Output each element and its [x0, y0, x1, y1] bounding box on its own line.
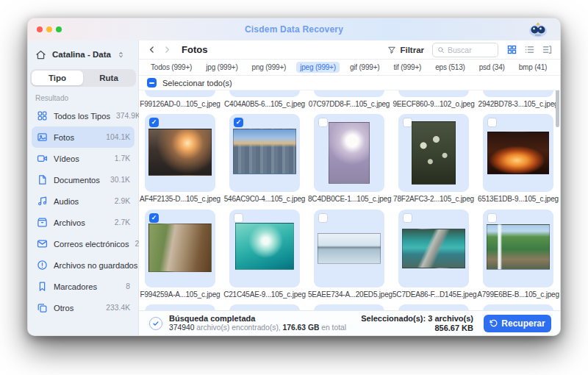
- sidebar-item-count: 1.7K: [115, 154, 130, 162]
- grid-rows: AF4F2135-D...105_c.jpeg 546AC9C0-4...105…: [145, 114, 560, 299]
- photo-checkbox[interactable]: [318, 213, 328, 223]
- card-top-stub[interactable]: [145, 304, 215, 310]
- select-all-label: Seleccionar todo(s): [162, 79, 232, 88]
- photo-checkbox[interactable]: [234, 118, 243, 127]
- sidebar-item-audios[interactable]: Audios 2.9K: [32, 190, 135, 212]
- file-type-tab-gif[interactable]: gif (999+): [346, 62, 384, 73]
- sidebar-item-todos-los-tipos[interactable]: Todos los Tipos 374.9K: [32, 105, 135, 126]
- archive-icon: [37, 217, 48, 228]
- card-bottom-stub[interactable]: [145, 90, 215, 97]
- scrollbar-thumb[interactable]: [556, 90, 559, 127]
- traffic-lights: [37, 18, 62, 40]
- search-complete-icon: [149, 317, 162, 330]
- file-type-tab-png[interactable]: png (999+): [248, 62, 290, 73]
- photo-checkbox[interactable]: [487, 118, 497, 127]
- photo-checkbox[interactable]: [487, 213, 497, 223]
- close-button[interactable]: [37, 26, 43, 32]
- photo-checkbox[interactable]: [149, 213, 159, 223]
- photo-card[interactable]: [314, 114, 384, 192]
- file-type-tab-tif[interactable]: tif (999+): [390, 62, 425, 73]
- tab-ruta[interactable]: Ruta: [83, 71, 135, 85]
- file-type-tab-psd[interactable]: psd (34): [476, 62, 509, 73]
- photo-card[interactable]: [229, 114, 300, 192]
- video-icon: [37, 153, 48, 164]
- photo-checkbox[interactable]: [403, 213, 412, 223]
- sidebar-item-otros[interactable]: Otros 233.4K: [32, 297, 135, 318]
- sidebar-item-vídeos[interactable]: Vídeos 1.7K: [32, 148, 135, 169]
- grid-view-icon[interactable]: [506, 44, 517, 55]
- selection-info: Seleccionado(s): 3 archivo(s) 856.67 KB: [361, 314, 473, 333]
- file-type-tab-eps[interactable]: eps (513): [431, 62, 468, 73]
- filter-button[interactable]: Filtrar: [387, 46, 424, 54]
- card-top-stub[interactable]: [314, 304, 384, 310]
- main-panel: Fotos Filtrar: [139, 40, 560, 335]
- zoom-button[interactable]: [56, 26, 62, 32]
- sidebar-item-marcadores[interactable]: Marcadores 8: [32, 276, 135, 297]
- sidebar-item-archivos-no-guardados[interactable]: Archivos no guardados 9: [32, 254, 135, 276]
- photo-card[interactable]: [229, 210, 300, 288]
- card-bottom-stub[interactable]: [314, 90, 384, 97]
- sidebar-item-documentos[interactable]: Documentos 30.1K: [32, 169, 135, 190]
- card-top-stub[interactable]: [398, 304, 469, 310]
- photo-card[interactable]: [314, 210, 384, 288]
- photo-card[interactable]: [483, 114, 553, 192]
- sidebar-item-label: Documentos: [54, 176, 100, 185]
- dandelion-thumbnail: [412, 121, 456, 185]
- filter-label: Filtrar: [400, 46, 424, 54]
- file-name: 546AC9C0-4...105_c.jpeg: [223, 195, 306, 203]
- grid-cell-partial: [483, 304, 553, 310]
- copy-icon: [37, 302, 48, 313]
- file-name: 78F2AFC3-2...105_c.jpeg: [392, 195, 475, 203]
- file-type-tab-bmp[interactable]: bmp (41): [515, 62, 551, 73]
- forward-button-icon[interactable]: [162, 45, 172, 54]
- sidebar-item-label: Fotos: [54, 133, 74, 142]
- mail-icon: [37, 238, 48, 249]
- home-icon: [35, 49, 46, 60]
- photo-card[interactable]: [145, 210, 215, 288]
- grid-cell-partial: [229, 304, 300, 310]
- tab-tipo[interactable]: Tipo: [32, 71, 83, 85]
- file-type-tab-ico[interactable]: ico (59): [557, 62, 561, 73]
- pane-view-icon[interactable]: [542, 44, 553, 55]
- card-top-stub[interactable]: [229, 304, 300, 310]
- file-type-tab-jpg[interactable]: jpg (999+): [202, 62, 241, 73]
- file-name: C21C45AE-9...105_c.jpeg: [223, 290, 306, 299]
- sidebar-item-correos-electrónicos[interactable]: Correos electrónicos 21: [32, 233, 135, 254]
- surfer-thumbnail: [235, 223, 294, 270]
- photo-checkbox[interactable]: [318, 118, 328, 127]
- photo-icon: [37, 132, 48, 143]
- file-type-tab-jpeg[interactable]: jpeg (999+): [296, 62, 340, 73]
- recover-button[interactable]: Recuperar: [484, 315, 551, 332]
- device-selector[interactable]: Catalina - Data: [28, 46, 138, 63]
- list-view-icon[interactable]: [524, 44, 535, 55]
- photo-card[interactable]: [145, 114, 215, 192]
- cisdem-mascot-logo-icon[interactable]: [526, 21, 550, 38]
- sidebar-item-archivos[interactable]: Archivos 2.7K: [32, 212, 135, 233]
- found-mid-text: archivo(s) encontrado(s),: [194, 324, 282, 332]
- sidebar-item-count: 2.9K: [115, 197, 130, 205]
- card-top-stub[interactable]: [483, 304, 553, 310]
- file-name: A799E6BE-B...105_c.jpeg: [477, 290, 559, 299]
- card-bottom-stub[interactable]: [229, 90, 300, 97]
- sidebar-item-fotos[interactable]: Fotos 104.1K: [32, 126, 135, 148]
- minimize-button[interactable]: [46, 26, 52, 32]
- card-bottom-stub[interactable]: [483, 90, 553, 97]
- photo-checkbox[interactable]: [149, 118, 159, 127]
- device-name: Catalina - Data: [52, 50, 111, 59]
- select-all-checkbox[interactable]: [147, 78, 157, 88]
- selected-size: 856.67 KB: [361, 324, 473, 333]
- file-name: F99126AD-0...105_c.jpeg: [139, 100, 221, 108]
- photo-card[interactable]: [398, 210, 469, 288]
- grid-cell: 5EAEE734-A...20ED5.jpeg: [314, 210, 384, 299]
- found-size: 176.63 GB: [283, 324, 320, 332]
- photo-checkbox[interactable]: [234, 213, 243, 223]
- search-input[interactable]: [448, 46, 493, 54]
- card-bottom-stub[interactable]: [398, 90, 469, 97]
- photo-card[interactable]: [483, 210, 553, 288]
- back-button-icon[interactable]: [147, 45, 157, 54]
- file-type-filter-bar: Todos (999+) jpg (999+) png (999+) jpeg …: [139, 60, 560, 76]
- file-type-tab-todos[interactable]: Todos (999+): [147, 62, 196, 73]
- photo-card[interactable]: [398, 114, 469, 192]
- file-name: 9EECF860-9...102_o.jpeg: [392, 100, 475, 108]
- grid-cell: A799E6BE-B...105_c.jpeg: [483, 210, 553, 299]
